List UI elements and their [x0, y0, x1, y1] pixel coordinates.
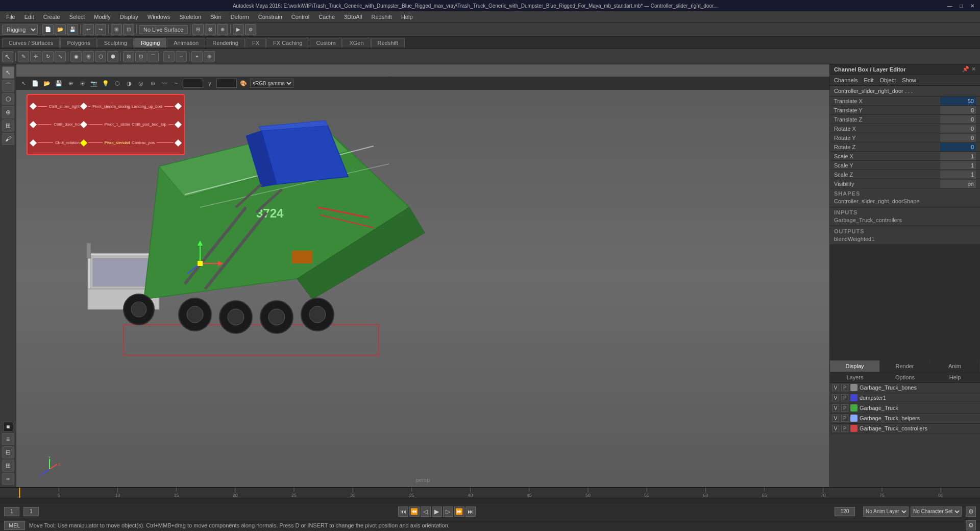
layer-row-bones[interactable]: V P Garbage_Truck_bones	[830, 383, 980, 393]
tab-custom[interactable]: Custom	[310, 38, 342, 47]
vt-lights[interactable]: 💡	[101, 78, 111, 88]
layer-ptype-truck[interactable]: P	[841, 404, 848, 412]
layer-vis-controllers[interactable]: V	[832, 425, 839, 432]
layer-row-controllers[interactable]: V P Garbage_Truck_controllers	[830, 424, 980, 434]
snap-move-btn[interactable]: ↕	[163, 51, 175, 62]
save-file-button[interactable]: 💾	[67, 24, 78, 35]
vt-grid[interactable]: ⊞	[77, 78, 87, 88]
next-frame-button[interactable]: ⏩	[454, 506, 464, 517]
tab-display[interactable]: Display	[830, 360, 880, 372]
menu-item-skeleton[interactable]: Skeleton	[175, 13, 205, 21]
poly-btn[interactable]: ⬡	[2, 93, 14, 105]
translate-y-row[interactable]: Translate Y	[830, 106, 980, 115]
translate-x-value[interactable]	[940, 97, 976, 105]
character-set-select[interactable]: No Character Set	[911, 506, 962, 517]
ipr-button[interactable]: ⊚	[245, 24, 256, 35]
tab-curves---surfaces[interactable]: Curves / Surfaces	[2, 38, 60, 47]
redo-button[interactable]: ↪	[95, 24, 106, 35]
menu-item-cache[interactable]: Cache	[314, 13, 339, 21]
tab-rigging[interactable]: Rigging	[134, 38, 166, 47]
rotate-tool[interactable]: ↻	[42, 51, 54, 62]
tab-polygons[interactable]: Polygons	[60, 38, 96, 47]
cb-menu-channels[interactable]: Channels	[834, 77, 857, 83]
cb-menu-object[interactable]: Object	[879, 77, 896, 83]
exposure-input[interactable]: 0.00	[183, 79, 203, 88]
bend-btn[interactable]: ⌒	[148, 51, 159, 62]
vt-select[interactable]: ↖	[18, 78, 29, 88]
select-tool[interactable]: ↖	[2, 51, 13, 62]
menu-item-select[interactable]: Select	[65, 13, 89, 21]
rotate-x-value[interactable]	[940, 125, 976, 133]
vt-save[interactable]: 💾	[54, 78, 64, 88]
timeline-ruler[interactable]: 1 5 10 15 20 25 30 35 40 45 50 55 60	[0, 488, 980, 498]
vt-cam[interactable]: 📷	[89, 78, 99, 88]
rotate-y-value[interactable]	[940, 134, 976, 142]
menu-item-edit[interactable]: Edit	[20, 13, 38, 21]
layer-ptype-bones[interactable]: P	[841, 384, 848, 391]
vertex-btn[interactable]: ⬢	[107, 51, 118, 62]
render-button[interactable]: ▶	[233, 24, 244, 35]
lstab-options[interactable]: Options	[880, 372, 930, 382]
translate-z-value[interactable]	[940, 115, 976, 124]
menu-item-windows[interactable]: Windows	[143, 13, 175, 21]
vt-smooth[interactable]: ~	[171, 78, 181, 88]
ik-btn[interactable]: ⊞	[2, 119, 14, 132]
tab-render[interactable]: Render	[880, 360, 930, 372]
layer-ptype-dumpster[interactable]: P	[841, 394, 848, 401]
layer-ptype-helpers[interactable]: P	[841, 415, 848, 422]
curve-btn[interactable]: ⌒	[2, 80, 14, 92]
color-mgmt-btn[interactable]: ■	[3, 422, 13, 432]
gamma-input[interactable]: 1.00	[216, 79, 237, 88]
anim-layer-select[interactable]: No Anim Layer	[863, 506, 909, 517]
prev-key-button[interactable]: ◁	[421, 506, 431, 517]
menu-item-modify[interactable]: Modify	[90, 13, 114, 21]
cb-menu-edit[interactable]: Edit	[864, 77, 873, 83]
scale-x-value[interactable]	[940, 152, 976, 160]
scale-y-value[interactable]	[940, 161, 976, 170]
rotate-z-value[interactable]	[940, 143, 976, 151]
pivot-btn[interactable]: ⊕	[204, 51, 215, 62]
anim-layer-btn[interactable]: ≈	[2, 473, 14, 485]
rotate-x-row[interactable]: Rotate X	[830, 124, 980, 133]
scale-y-row[interactable]: Scale Y	[830, 161, 980, 170]
soft-select-btn[interactable]: ◉	[70, 51, 82, 62]
joint-btn[interactable]: ⊕	[2, 106, 14, 118]
tab-redshift[interactable]: Redshift	[371, 38, 405, 47]
next-key-button[interactable]: ▷	[443, 506, 453, 517]
current-frame-input[interactable]	[23, 507, 39, 516]
visibility-row[interactable]: Visibility	[830, 179, 980, 188]
vt-poly[interactable]: ⬡	[112, 78, 122, 88]
vt-new[interactable]: 📄	[30, 78, 40, 88]
tab-sculpting[interactable]: Sculpting	[97, 38, 134, 47]
transform-btn[interactable]: +	[191, 51, 203, 62]
vt-open[interactable]: 📂	[42, 78, 52, 88]
go-end-button[interactable]: ⏭	[465, 506, 476, 517]
menu-item-constrain[interactable]: Constrain	[254, 13, 286, 21]
move-tool[interactable]: ✛	[30, 51, 41, 62]
close-button[interactable]: ✕	[969, 2, 976, 9]
paint-tool[interactable]: ✎	[18, 51, 29, 62]
menu-item-file[interactable]: File	[2, 13, 19, 21]
menu-item-control[interactable]: Control	[287, 13, 313, 21]
deform-btn[interactable]: ⊠	[123, 51, 134, 62]
maximize-button[interactable]: □	[958, 2, 965, 9]
open-file-button[interactable]: 📂	[55, 24, 66, 35]
cb-menu-show[interactable]: Show	[902, 77, 916, 83]
outputs-item[interactable]: blendWeighted1	[834, 235, 976, 243]
scale-x-row[interactable]: Scale X	[830, 152, 980, 161]
no-live-surface-button[interactable]: No Live Surface	[139, 25, 188, 34]
snap-rot-btn[interactable]: ↔	[176, 51, 187, 62]
select-mode-btn[interactable]: ↖	[2, 66, 14, 79]
tab-xgen[interactable]: XGen	[342, 38, 370, 47]
snap-grid-button[interactable]: ⊟	[192, 24, 204, 35]
layer-row-helpers[interactable]: V P Garbage_Truck_helpers	[830, 414, 980, 424]
menu-item-redshift[interactable]: Redshift	[368, 13, 396, 21]
layer-vis-dumpster[interactable]: V	[832, 394, 839, 401]
translate-z-row[interactable]: Translate Z	[830, 115, 980, 124]
prev-frame-button[interactable]: ⏪	[409, 506, 420, 517]
vt-shad[interactable]: ◑	[124, 78, 134, 88]
scale-z-row[interactable]: Scale Z	[830, 170, 980, 179]
shapes-item[interactable]: Controller_slider_right_doorShape	[834, 198, 976, 205]
scale-z-value[interactable]	[940, 171, 976, 179]
undo-button[interactable]: ↩	[83, 24, 94, 35]
